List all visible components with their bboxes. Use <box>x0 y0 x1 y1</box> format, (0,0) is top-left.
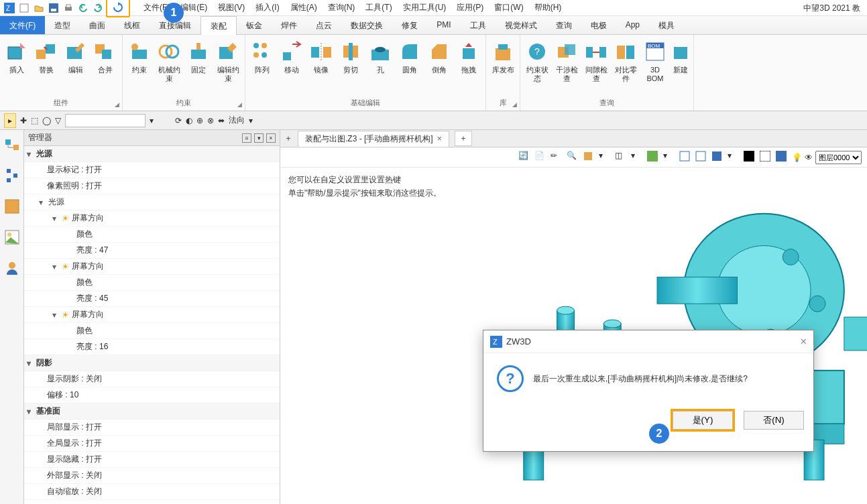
vt-icon[interactable]: ▾ <box>631 151 644 164</box>
hole-button[interactable]: 孔 <box>366 36 394 98</box>
tree-item[interactable]: 颜色 <box>24 227 280 243</box>
tool-icon[interactable]: ⬌ <box>218 116 225 125</box>
tree-item[interactable]: 像素照明 : 打开 <box>24 178 280 194</box>
menu-util[interactable]: 实用工具(U) <box>403 2 447 13</box>
regenerate-icon[interactable] <box>111 1 125 14</box>
cut-button[interactable]: 剪切 <box>337 36 365 98</box>
vt-icon[interactable]: 🔍 <box>567 151 580 164</box>
tree-item[interactable]: 颜色 <box>24 275 280 291</box>
launcher-icon[interactable]: ◢ <box>115 101 119 108</box>
ribbon-tab-visual[interactable]: 视觉样式 <box>496 16 546 34</box>
tree-group[interactable]: ▾阴影 <box>24 355 280 371</box>
ribbon-tab-electrode[interactable]: 电极 <box>581 16 616 34</box>
tree-item[interactable]: 亮度 : 47 <box>24 243 280 259</box>
menu-edit[interactable]: 编辑(E) <box>180 2 207 13</box>
menu-help[interactable]: 帮助(H) <box>534 2 562 13</box>
tool-icon[interactable]: ✚ <box>20 116 27 125</box>
vt-cube-icon[interactable] <box>583 151 596 164</box>
visual-icon[interactable] <box>3 197 21 216</box>
tree-item[interactable]: 亮度 : 45 <box>24 291 280 307</box>
tool-icon[interactable]: ⬚ <box>31 116 38 125</box>
tree-group[interactable]: ▾光源 <box>24 146 280 162</box>
tree-item[interactable]: 显示隐藏 : 打开 <box>24 452 280 468</box>
ribbon-tab-surface[interactable]: 曲面 <box>80 16 115 34</box>
panel-menu-icon[interactable]: ≡ <box>242 133 251 143</box>
clearance-button[interactable]: 间隙检查 <box>582 36 610 98</box>
ribbon-tab-weld[interactable]: 焊件 <box>272 16 306 34</box>
vt-icon[interactable]: 🔄 <box>518 151 532 164</box>
tool-icon[interactable]: ◯ <box>42 116 51 125</box>
tree-item[interactable]: 显示标记 : 打开 <box>24 162 280 178</box>
tree-group[interactable]: ▾光源 <box>24 194 280 210</box>
structure-icon[interactable] <box>3 166 21 185</box>
tab-add-icon[interactable]: ＋ <box>284 133 292 144</box>
no-button[interactable]: 否(N) <box>744 411 804 430</box>
fix-button[interactable]: 固定 <box>184 36 213 98</box>
menu-app[interactable]: 应用(P) <box>457 2 483 13</box>
tree-item[interactable]: 显示阴影 : 关闭 <box>24 371 280 387</box>
vt-rect-icon[interactable] <box>695 151 709 164</box>
dialog-close-icon[interactable]: × <box>801 336 807 348</box>
tree-item[interactable]: 亮度 : 16 <box>24 339 280 355</box>
tab-close-icon[interactable]: × <box>437 134 442 143</box>
interference-button[interactable]: 干涉检查 <box>553 36 581 98</box>
menu-insert[interactable]: 插入(I) <box>255 2 279 13</box>
drag-button[interactable]: 拖拽 <box>455 36 483 98</box>
undo-icon[interactable] <box>76 1 90 15</box>
open-icon[interactable] <box>32 1 46 15</box>
ribbon-tab-app[interactable]: App <box>616 16 649 34</box>
dialog-titlebar[interactable]: Z ZW3D × <box>483 330 813 353</box>
tool-icon[interactable]: ⊕ <box>196 116 203 125</box>
edit-constraint-button[interactable]: 编辑约束 <box>214 36 242 98</box>
tool-icon[interactable]: ◐ <box>186 116 192 125</box>
menu-query[interactable]: 查询(N) <box>328 2 355 13</box>
ribbon-tab-wireframe[interactable]: 线框 <box>115 16 150 34</box>
menu-tools[interactable]: 工具(T) <box>365 2 392 13</box>
vt-rect-icon[interactable] <box>711 151 725 164</box>
move-button[interactable]: 移动 <box>278 36 306 98</box>
vt-icon[interactable]: ✏ <box>551 151 564 164</box>
vt-icon[interactable]: 📄 <box>534 151 548 164</box>
menu-attr[interactable]: 属性(A) <box>290 2 317 13</box>
tool-icon[interactable]: ⟳ <box>175 116 182 125</box>
tree-item[interactable]: 外部显示 : 关闭 <box>24 468 280 484</box>
ribbon-tab-tools[interactable]: 工具 <box>461 16 496 34</box>
ribbon-tab-exchange[interactable]: 数据交换 <box>341 16 392 34</box>
mirror-button[interactable]: 镜像 <box>307 36 335 98</box>
library-publish-button[interactable]: 库发布 <box>489 36 517 98</box>
panel-min-icon[interactable]: ▾ <box>254 133 264 143</box>
ribbon-tab-pointcloud[interactable]: 点云 <box>306 16 341 34</box>
redo-icon[interactable] <box>91 1 105 15</box>
edit-button[interactable]: 编辑 <box>62 36 90 98</box>
document-tab[interactable]: 装配与出图.Z3 - [手动曲柄摇杆机构] × <box>298 131 449 147</box>
ribbon-tab-shape[interactable]: 造型 <box>45 16 80 34</box>
print-icon[interactable] <box>62 1 75 15</box>
vt-icon[interactable]: ▾ <box>728 151 741 164</box>
ribbon-tab-query[interactable]: 查询 <box>546 16 581 34</box>
vt-icon[interactable]: ◫ <box>615 151 628 164</box>
cursor-icon[interactable]: ▸ <box>4 113 16 128</box>
launcher-icon[interactable]: ◢ <box>512 101 517 108</box>
tab-new-icon[interactable]: ＋ <box>455 131 472 146</box>
yes-button[interactable]: 是(Y) <box>673 411 733 430</box>
replace-button[interactable]: 替换 <box>32 36 60 98</box>
ribbon-tab-sheetmetal[interactable]: 钣金 <box>237 16 272 34</box>
vt-color-icon[interactable] <box>776 151 789 164</box>
bulb-icon[interactable]: 💡 <box>792 153 802 162</box>
command-input[interactable] <box>65 114 146 127</box>
new-part-button[interactable]: 新建 <box>671 36 691 98</box>
tree-item[interactable]: 全局显示 : 打开 <box>24 436 280 452</box>
ribbon-tab-file[interactable]: 文件(F) <box>0 16 45 34</box>
pattern-button[interactable]: 阵列 <box>248 36 276 98</box>
constraint-button[interactable]: 约束 <box>125 36 154 98</box>
tool-icon[interactable]: ▽ <box>55 116 61 125</box>
tree-item[interactable]: 偏移 : 10 <box>24 387 280 403</box>
ribbon-tab-pmi[interactable]: PMI <box>427 16 460 34</box>
insert-button[interactable]: 插入 <box>3 36 31 98</box>
vt-color-icon[interactable] <box>744 151 757 164</box>
save-icon[interactable] <box>47 1 60 15</box>
tool-icon[interactable]: ⊗ <box>207 116 214 125</box>
tree-item[interactable]: 颜色 <box>24 323 280 339</box>
launcher-icon[interactable]: ◢ <box>237 101 242 108</box>
merge-button[interactable]: 合并 <box>91 36 119 98</box>
